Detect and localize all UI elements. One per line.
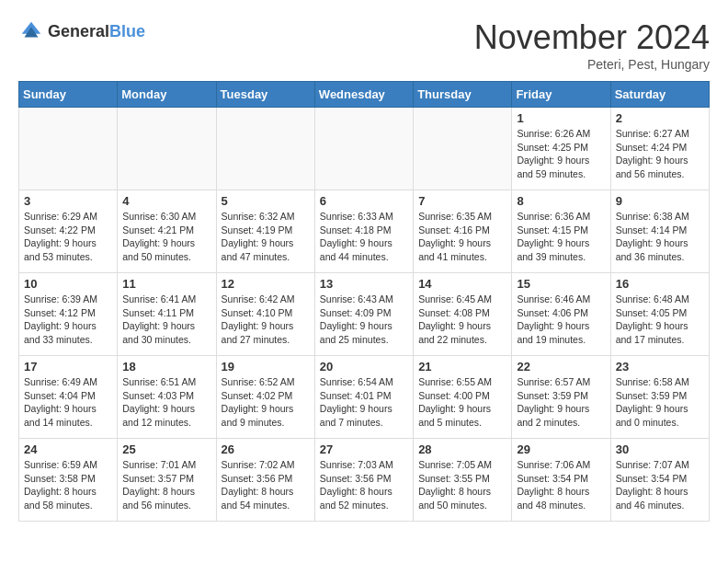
page-header: GeneralBlue November 2024 Peteri, Pest, … bbox=[18, 18, 710, 72]
calendar-cell: 19Sunrise: 6:52 AM Sunset: 4:02 PM Dayli… bbox=[216, 356, 314, 439]
day-info: Sunrise: 6:39 AM Sunset: 4:12 PM Dayligh… bbox=[24, 293, 112, 347]
calendar-cell bbox=[19, 108, 118, 190]
day-info: Sunrise: 6:51 AM Sunset: 4:03 PM Dayligh… bbox=[122, 375, 210, 430]
day-number: 10 bbox=[24, 277, 112, 291]
calendar-cell: 9Sunrise: 6:38 AM Sunset: 4:14 PM Daylig… bbox=[610, 190, 709, 273]
day-number: 23 bbox=[616, 360, 704, 373]
calendar-cell: 10Sunrise: 6:39 AM Sunset: 4:12 PM Dayli… bbox=[19, 273, 118, 356]
month-title: November 2024 bbox=[474, 18, 710, 57]
day-number: 17 bbox=[24, 360, 112, 373]
calendar-cell: 15Sunrise: 6:46 AM Sunset: 4:06 PM Dayli… bbox=[512, 273, 610, 356]
calendar-cell bbox=[314, 108, 413, 190]
day-info: Sunrise: 6:49 AM Sunset: 4:04 PM Dayligh… bbox=[24, 375, 112, 430]
calendar-cell: 6Sunrise: 6:33 AM Sunset: 4:18 PM Daylig… bbox=[314, 190, 413, 273]
day-info: Sunrise: 6:48 AM Sunset: 4:05 PM Dayligh… bbox=[616, 293, 704, 347]
weekday-header-row: SundayMondayTuesdayWednesdayThursdayFrid… bbox=[19, 82, 710, 108]
weekday-header-sunday: Sunday bbox=[19, 82, 118, 108]
weekday-header-friday: Friday bbox=[512, 82, 610, 108]
day-info: Sunrise: 6:27 AM Sunset: 4:24 PM Dayligh… bbox=[616, 127, 704, 181]
day-number: 1 bbox=[517, 111, 605, 125]
calendar-cell: 14Sunrise: 6:45 AM Sunset: 4:08 PM Dayli… bbox=[414, 273, 512, 356]
day-info: Sunrise: 6:33 AM Sunset: 4:18 PM Dayligh… bbox=[320, 210, 408, 264]
day-number: 30 bbox=[616, 442, 704, 456]
weekday-header-thursday: Thursday bbox=[414, 82, 512, 108]
calendar-cell: 5Sunrise: 6:32 AM Sunset: 4:19 PM Daylig… bbox=[216, 190, 314, 273]
calendar-cell: 18Sunrise: 6:51 AM Sunset: 4:03 PM Dayli… bbox=[118, 356, 216, 439]
calendar-cell: 25Sunrise: 7:01 AM Sunset: 3:57 PM Dayli… bbox=[118, 439, 216, 522]
calendar-cell: 12Sunrise: 6:42 AM Sunset: 4:10 PM Dayli… bbox=[216, 273, 314, 356]
day-info: Sunrise: 6:32 AM Sunset: 4:19 PM Dayligh… bbox=[222, 210, 310, 264]
day-number: 11 bbox=[122, 277, 210, 291]
calendar-cell: 20Sunrise: 6:54 AM Sunset: 4:01 PM Dayli… bbox=[314, 356, 413, 439]
day-info: Sunrise: 6:30 AM Sunset: 4:21 PM Dayligh… bbox=[122, 210, 210, 264]
calendar-cell: 22Sunrise: 6:57 AM Sunset: 3:59 PM Dayli… bbox=[512, 356, 610, 439]
day-number: 4 bbox=[122, 194, 210, 208]
calendar-cell: 7Sunrise: 6:35 AM Sunset: 4:16 PM Daylig… bbox=[414, 190, 512, 273]
day-info: Sunrise: 6:36 AM Sunset: 4:15 PM Dayligh… bbox=[517, 210, 605, 264]
day-info: Sunrise: 6:54 AM Sunset: 4:01 PM Dayligh… bbox=[320, 375, 408, 430]
calendar-cell: 29Sunrise: 7:06 AM Sunset: 3:54 PM Dayli… bbox=[512, 439, 610, 522]
week-row-4: 17Sunrise: 6:49 AM Sunset: 4:04 PM Dayli… bbox=[19, 356, 710, 439]
location-title: Peteri, Pest, Hungary bbox=[474, 57, 710, 72]
calendar-cell: 3Sunrise: 6:29 AM Sunset: 4:22 PM Daylig… bbox=[19, 190, 118, 273]
day-info: Sunrise: 6:57 AM Sunset: 3:59 PM Dayligh… bbox=[517, 375, 605, 430]
week-row-3: 10Sunrise: 6:39 AM Sunset: 4:12 PM Dayli… bbox=[19, 273, 710, 356]
day-info: Sunrise: 6:38 AM Sunset: 4:14 PM Dayligh… bbox=[616, 210, 704, 264]
day-info: Sunrise: 6:45 AM Sunset: 4:08 PM Dayligh… bbox=[418, 293, 506, 347]
logo: GeneralBlue bbox=[18, 18, 145, 44]
day-info: Sunrise: 6:26 AM Sunset: 4:25 PM Dayligh… bbox=[517, 127, 605, 181]
weekday-header-monday: Monday bbox=[118, 82, 216, 108]
day-number: 13 bbox=[320, 277, 408, 291]
logo-icon bbox=[18, 18, 44, 44]
day-number: 25 bbox=[122, 442, 210, 456]
day-number: 29 bbox=[517, 442, 605, 456]
week-row-2: 3Sunrise: 6:29 AM Sunset: 4:22 PM Daylig… bbox=[19, 190, 710, 273]
day-info: Sunrise: 6:59 AM Sunset: 3:58 PM Dayligh… bbox=[24, 458, 112, 512]
title-section: November 2024 Peteri, Pest, Hungary bbox=[474, 18, 710, 72]
day-info: Sunrise: 7:01 AM Sunset: 3:57 PM Dayligh… bbox=[122, 458, 210, 512]
day-number: 18 bbox=[122, 360, 210, 373]
day-info: Sunrise: 6:58 AM Sunset: 3:59 PM Dayligh… bbox=[616, 375, 704, 430]
day-info: Sunrise: 7:07 AM Sunset: 3:54 PM Dayligh… bbox=[616, 458, 704, 512]
calendar-cell: 1Sunrise: 6:26 AM Sunset: 4:25 PM Daylig… bbox=[512, 108, 610, 190]
day-info: Sunrise: 6:55 AM Sunset: 4:00 PM Dayligh… bbox=[418, 375, 506, 430]
calendar-cell: 28Sunrise: 7:05 AM Sunset: 3:55 PM Dayli… bbox=[414, 439, 512, 522]
logo-blue-text: Blue bbox=[109, 22, 145, 40]
calendar-cell: 30Sunrise: 7:07 AM Sunset: 3:54 PM Dayli… bbox=[610, 439, 709, 522]
calendar-cell: 4Sunrise: 6:30 AM Sunset: 4:21 PM Daylig… bbox=[118, 190, 216, 273]
calendar-cell: 26Sunrise: 7:02 AM Sunset: 3:56 PM Dayli… bbox=[216, 439, 314, 522]
day-number: 15 bbox=[517, 277, 605, 291]
calendar-cell bbox=[118, 108, 216, 190]
calendar-cell: 17Sunrise: 6:49 AM Sunset: 4:04 PM Dayli… bbox=[19, 356, 118, 439]
calendar-cell: 8Sunrise: 6:36 AM Sunset: 4:15 PM Daylig… bbox=[512, 190, 610, 273]
day-number: 5 bbox=[222, 194, 310, 208]
weekday-header-tuesday: Tuesday bbox=[216, 82, 314, 108]
calendar-cell: 27Sunrise: 7:03 AM Sunset: 3:56 PM Dayli… bbox=[314, 439, 413, 522]
day-info: Sunrise: 6:35 AM Sunset: 4:16 PM Dayligh… bbox=[418, 210, 506, 264]
day-number: 16 bbox=[616, 277, 704, 291]
weekday-header-saturday: Saturday bbox=[610, 82, 709, 108]
day-info: Sunrise: 6:46 AM Sunset: 4:06 PM Dayligh… bbox=[517, 293, 605, 347]
calendar-cell: 13Sunrise: 6:43 AM Sunset: 4:09 PM Dayli… bbox=[314, 273, 413, 356]
calendar-cell: 11Sunrise: 6:41 AM Sunset: 4:11 PM Dayli… bbox=[118, 273, 216, 356]
day-number: 9 bbox=[616, 194, 704, 208]
day-number: 14 bbox=[418, 277, 506, 291]
day-info: Sunrise: 7:02 AM Sunset: 3:56 PM Dayligh… bbox=[222, 458, 310, 512]
day-number: 20 bbox=[320, 360, 408, 373]
day-number: 21 bbox=[418, 360, 506, 373]
day-number: 3 bbox=[24, 194, 112, 208]
day-info: Sunrise: 6:52 AM Sunset: 4:02 PM Dayligh… bbox=[222, 375, 310, 430]
calendar-cell bbox=[216, 108, 314, 190]
day-number: 19 bbox=[222, 360, 310, 373]
day-info: Sunrise: 6:41 AM Sunset: 4:11 PM Dayligh… bbox=[122, 293, 210, 347]
weekday-header-wednesday: Wednesday bbox=[314, 82, 413, 108]
calendar-cell: 16Sunrise: 6:48 AM Sunset: 4:05 PM Dayli… bbox=[610, 273, 709, 356]
calendar-table: SundayMondayTuesdayWednesdayThursdayFrid… bbox=[18, 81, 710, 522]
calendar-cell bbox=[414, 108, 512, 190]
day-number: 24 bbox=[24, 442, 112, 456]
day-number: 26 bbox=[222, 442, 310, 456]
day-info: Sunrise: 7:06 AM Sunset: 3:54 PM Dayligh… bbox=[517, 458, 605, 512]
day-info: Sunrise: 6:42 AM Sunset: 4:10 PM Dayligh… bbox=[222, 293, 310, 347]
week-row-5: 24Sunrise: 6:59 AM Sunset: 3:58 PM Dayli… bbox=[19, 439, 710, 522]
day-info: Sunrise: 7:03 AM Sunset: 3:56 PM Dayligh… bbox=[320, 458, 408, 512]
